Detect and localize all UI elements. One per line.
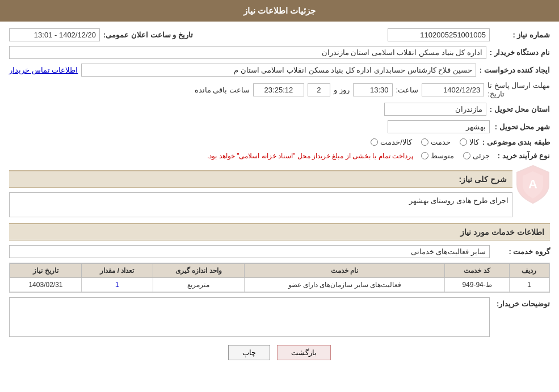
category-kala: کالا bbox=[460, 138, 479, 146]
buyer-org-label: نام دستگاه خریدار : bbox=[490, 48, 550, 57]
purchase-type-jozei-radio[interactable] bbox=[463, 152, 470, 159]
need-description-block: A شرح کلی نیاز: اجرای طرح هادی روستای به… bbox=[9, 165, 550, 217]
cell-service-code: ط-94-949 bbox=[445, 278, 509, 292]
col-quantity: تعداد / مقدار bbox=[81, 264, 153, 278]
creator-label: ایجاد کننده درخواست : bbox=[480, 66, 550, 74]
creator-row: ایجاد کننده درخواست : حسین فلاح کارشناس … bbox=[9, 64, 550, 77]
purchase-type-note: پرداخت تمام یا بخشی از مبلغ خریداز محل "… bbox=[207, 152, 413, 160]
services-section-title: اطلاعات خدمات مورد نیاز bbox=[9, 223, 550, 241]
page-title: جزئیات اطلاعات نیاز bbox=[243, 6, 316, 15]
col-row-num: ردیف bbox=[509, 264, 549, 278]
category-khedmat: خدمت bbox=[421, 138, 451, 146]
buyer-notes-label: توضیحات خریدار: bbox=[493, 297, 550, 308]
content-area: شماره نیاز : 1102005251001005 تاریخ و سا… bbox=[0, 22, 559, 372]
shield-watermark-icon: A bbox=[516, 165, 550, 204]
buyer-org-value: اداره کل بنیاد مسکن انقلاب اسلامی استان … bbox=[9, 46, 486, 59]
services-table-container: ردیف کد خدمت نام خدمت واحد اندازه گیری ت… bbox=[9, 263, 550, 293]
back-button[interactable]: بازگشت bbox=[277, 345, 331, 360]
purchase-type-mottavaset: متوسط bbox=[421, 151, 454, 160]
service-group-row: گروه خدمت : سایر فعالیت‌های خدماتی bbox=[9, 245, 550, 258]
need-description-value: اجرای طرح هادی روستای بهشهر bbox=[9, 192, 512, 217]
service-group-label: گروه خدمت : bbox=[493, 247, 550, 256]
category-kala-khedmat-radio[interactable] bbox=[371, 138, 378, 146]
page-header: جزئیات اطلاعات نیاز bbox=[0, 0, 559, 22]
deadline-label2: تاریخ: bbox=[487, 90, 505, 98]
announcement-date-value: 1402/12/20 - 13:01 bbox=[9, 28, 100, 41]
buyer-notes-textarea[interactable] bbox=[9, 297, 490, 337]
need-description-content: شرح کلی نیاز: اجرای طرح هادی روستای بهشه… bbox=[9, 165, 512, 217]
category-kala-khedmat-label: کالا/خدمت bbox=[380, 138, 412, 146]
deadline-days-label: روز و bbox=[334, 86, 350, 94]
category-radio-group: کالا/خدمت خدمت کالا bbox=[371, 138, 479, 146]
province-value: مازندران bbox=[384, 103, 486, 116]
svg-text:A: A bbox=[528, 177, 537, 191]
purchase-type-jozei: جزئی bbox=[463, 151, 490, 160]
purchase-type-radio-group: متوسط جزئی bbox=[421, 151, 490, 160]
category-kala-khedmat: کالا/خدمت bbox=[371, 138, 412, 146]
category-khedmat-label: خدمت bbox=[431, 138, 451, 146]
category-kala-radio[interactable] bbox=[460, 138, 467, 146]
table-row: 1 ط-94-949 فعالیت‌های سایر سازمان‌های دا… bbox=[10, 278, 549, 292]
category-kala-label: کالا bbox=[469, 138, 479, 146]
deadline-label1: مهلت ارسال پاسخ تا bbox=[487, 81, 550, 90]
deadline-time-label: ساعت: bbox=[396, 86, 419, 94]
purchase-type-jozei-label: جزئی bbox=[473, 151, 490, 160]
col-service-name: نام خدمت bbox=[244, 264, 444, 278]
deadline-remaining-label: ساعت باقی مانده bbox=[195, 86, 250, 94]
creator-value: حسین فلاح کارشناس حسابداری اداره کل بنیا… bbox=[81, 64, 476, 77]
purchase-type-row: نوع فرآیند خرید : متوسط جزئی پرداخت تمام… bbox=[9, 151, 550, 160]
purchase-type-label: نوع فرآیند خرید : bbox=[493, 151, 550, 160]
col-unit: واحد اندازه گیری bbox=[153, 264, 244, 278]
deadline-days: 2 bbox=[308, 83, 330, 96]
cell-service-name: فعالیت‌های سایر سازمان‌های دارای عضو bbox=[244, 278, 444, 292]
deadline-time-remaining: 23:25:12 bbox=[253, 83, 304, 96]
deadline-date: 1402/12/23 bbox=[422, 83, 484, 96]
city-value: بهشهر bbox=[388, 120, 490, 133]
need-number-row: شماره نیاز : 1102005251001005 تاریخ و سا… bbox=[9, 28, 550, 41]
need-description-section-title: شرح کلی نیاز: bbox=[9, 170, 512, 188]
creator-contact-link[interactable]: اطلاعات تماس خریدار bbox=[9, 66, 78, 74]
purchase-type-mottavaset-label: متوسط bbox=[431, 151, 454, 160]
buyer-notes-row: توضیحات خریدار: bbox=[9, 297, 550, 337]
category-label: طبقه بندی موضوعی : bbox=[482, 138, 550, 146]
col-service-code: کد خدمت bbox=[445, 264, 509, 278]
city-label: شهر محل تحویل : bbox=[493, 123, 550, 131]
purchase-type-mottavaset-radio[interactable] bbox=[421, 152, 428, 159]
deadline-row: مهلت ارسال پاسخ تا تاریخ: 1402/12/23 ساع… bbox=[9, 81, 550, 98]
cell-row-num: 1 bbox=[509, 278, 549, 292]
category-row: طبقه بندی موضوعی : کالا/خدمت خدمت کالا bbox=[9, 138, 550, 146]
print-button[interactable]: چاپ bbox=[228, 345, 270, 360]
col-date: تاریخ نیاز bbox=[10, 264, 82, 278]
category-khedmat-radio[interactable] bbox=[421, 138, 428, 146]
province-label: استان محل تحویل : bbox=[490, 105, 550, 113]
cell-date: 1403/02/31 bbox=[10, 278, 82, 292]
city-row: شهر محل تحویل : بهشهر bbox=[9, 120, 550, 133]
need-number-value: 1102005251001005 bbox=[388, 28, 490, 41]
service-group-value: سایر فعالیت‌های خدماتی bbox=[9, 245, 490, 258]
deadline-time: 13:30 bbox=[353, 83, 393, 96]
buttons-row: بازگشت چاپ bbox=[9, 345, 550, 360]
cell-quantity: 1 bbox=[81, 278, 153, 292]
province-row: استان محل تحویل : مازندران bbox=[9, 103, 550, 116]
services-table: ردیف کد خدمت نام خدمت واحد اندازه گیری ت… bbox=[10, 263, 549, 292]
need-number-label: شماره نیاز : bbox=[493, 31, 550, 39]
page-wrapper: جزئیات اطلاعات نیاز شماره نیاز : 1102005… bbox=[0, 0, 559, 392]
cell-unit: مترمربع bbox=[153, 278, 244, 292]
buyer-org-row: نام دستگاه خریدار : اداره کل بنیاد مسکن … bbox=[9, 46, 550, 59]
announcement-date-label: تاریخ و ساعت اعلان عمومی: bbox=[103, 31, 193, 39]
deadline-label-group: مهلت ارسال پاسخ تا تاریخ: bbox=[487, 81, 550, 98]
